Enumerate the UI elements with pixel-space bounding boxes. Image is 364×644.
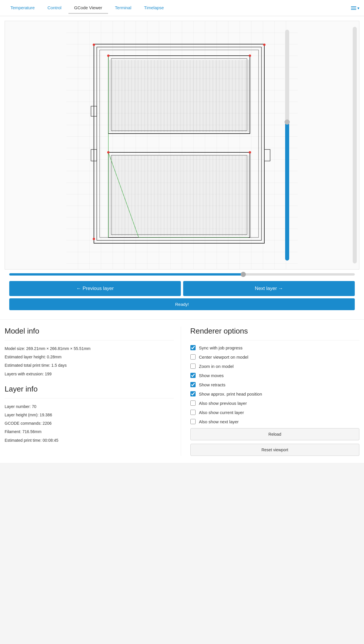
reset-viewport-button[interactable]: Reset viewport	[190, 444, 360, 456]
checkbox-show-current-layer[interactable]	[190, 410, 196, 415]
option-row-sync-job-progress: Sync with job progress	[190, 345, 360, 350]
option-row-show-current-layer: Also show current layer	[190, 410, 360, 415]
svg-rect-256	[285, 122, 289, 261]
option-row-show-next-layer: Also show next layer	[190, 419, 360, 424]
label-show-print-head: Show approx. print head position	[199, 392, 262, 396]
renderer-options-list: Sync with job progressCenter viewport on…	[190, 345, 360, 424]
horizontal-progress-slider[interactable]	[9, 273, 355, 276]
layers-with-extrusion: Layers with extrusion: 199	[5, 370, 174, 378]
layer-number: Layer number: 70	[5, 403, 174, 410]
dropdown-arrow: ▾	[357, 6, 359, 10]
model-info-title: Model info	[5, 327, 174, 336]
layer-info-text: Layer number: 70 Layer height (mm): 19.3…	[5, 403, 174, 444]
svg-point-257	[285, 119, 290, 125]
tab-menu-button[interactable]: ▾	[351, 6, 359, 10]
right-info-column: Renderer options Sync with job progressC…	[181, 327, 360, 456]
svg-point-250	[107, 151, 109, 153]
next-layer-button[interactable]: Next layer →	[183, 281, 355, 296]
hamburger-icon	[351, 6, 356, 10]
checkbox-show-next-layer[interactable]	[190, 419, 196, 424]
checkbox-show-retracts[interactable]	[190, 382, 196, 387]
viewer-container: ← Previous layer Next layer → Ready!	[0, 16, 364, 319]
option-row-show-moves: Show moves	[190, 373, 360, 378]
tab-gcode-viewer[interactable]: GCode Viewer	[68, 2, 108, 14]
svg-point-245	[93, 44, 95, 46]
horizontal-slider-wrapper	[5, 269, 359, 279]
label-show-next-layer: Also show next layer	[199, 419, 239, 424]
option-row-zoom-on-model: Zoom in on model	[190, 364, 360, 369]
tab-temperature[interactable]: Temperature	[5, 2, 40, 14]
tab-timelapse[interactable]: Timelapse	[138, 2, 170, 14]
label-center-viewport: Center viewport on model	[199, 355, 248, 360]
tab-control[interactable]: Control	[42, 2, 67, 14]
label-show-retracts: Show retracts	[199, 382, 226, 387]
info-sections: Model info Model size: 269.21mm × 266.81…	[0, 319, 364, 463]
label-show-current-layer: Also show current layer	[199, 410, 244, 415]
model-size: Model size: 269.21mm × 266.81mm × 55.51m…	[5, 345, 174, 352]
svg-point-248	[249, 55, 251, 57]
vertical-layer-slider[interactable]	[353, 27, 357, 263]
reload-button[interactable]: Reload	[190, 428, 360, 440]
svg-point-251	[249, 151, 251, 153]
filament-length: Filament: 716.56mm	[5, 428, 174, 435]
gcode-commands: GCODE commands: 2206	[5, 420, 174, 427]
layer-info-title: Layer info	[5, 385, 174, 394]
print-time-estimate: Estimated total print time: 1.5 days	[5, 362, 174, 369]
label-show-moves: Show moves	[199, 373, 224, 378]
label-sync-job-progress: Sync with job progress	[199, 345, 243, 350]
gcode-canvas-wrapper[interactable]	[5, 21, 359, 269]
renderer-options-title: Renderer options	[190, 327, 360, 336]
svg-point-247	[107, 55, 109, 57]
status-bar: Ready!	[9, 298, 355, 310]
label-show-prev-layer: Also show previous layer	[199, 401, 247, 406]
layer-height-estimate: Estimated layer height: 0.28mm	[5, 353, 174, 361]
gcode-svg	[5, 21, 359, 269]
layer-print-time: Estimated print time: 00:08:45	[5, 437, 174, 444]
layer-navigation: ← Previous layer Next layer →	[5, 279, 359, 297]
layer-height-actual: Layer height (mm): 19.386	[5, 411, 174, 419]
option-row-show-prev-layer: Also show previous layer	[190, 400, 360, 406]
checkbox-zoom-on-model[interactable]	[190, 364, 196, 369]
checkbox-sync-job-progress[interactable]	[190, 345, 196, 350]
label-zoom-on-model: Zoom in on model	[199, 364, 234, 369]
tab-terminal[interactable]: Terminal	[109, 2, 137, 14]
option-row-center-viewport: Center viewport on model	[190, 354, 360, 360]
checkbox-show-prev-layer[interactable]	[190, 400, 196, 406]
option-row-show-print-head: Show approx. print head position	[190, 391, 360, 396]
left-info-column: Model info Model size: 269.21mm × 266.81…	[5, 327, 181, 456]
checkbox-center-viewport[interactable]	[190, 354, 196, 360]
checkbox-show-print-head[interactable]	[190, 391, 196, 396]
option-row-show-retracts: Show retracts	[190, 382, 360, 387]
tab-bar: Temperature Control GCode Viewer Termina…	[0, 0, 364, 16]
svg-point-249	[93, 238, 95, 240]
prev-layer-button[interactable]: ← Previous layer	[9, 281, 181, 296]
checkbox-show-moves[interactable]	[190, 373, 196, 378]
svg-point-246	[263, 44, 265, 46]
model-info-text: Model size: 269.21mm × 266.81mm × 55.51m…	[5, 345, 174, 378]
layer-info-section: Layer info Layer number: 70 Layer height…	[5, 385, 174, 444]
